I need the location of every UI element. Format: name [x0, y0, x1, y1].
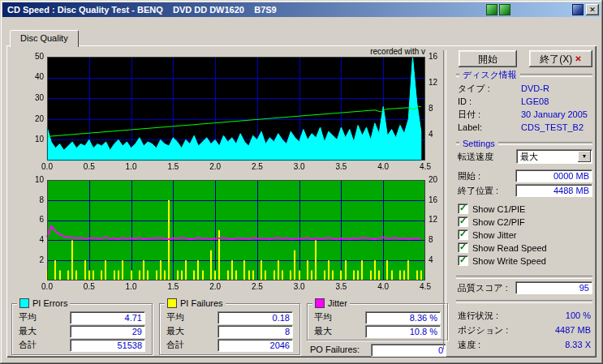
checkbox-show-jitter[interactable]: ✓ Show Jitter [458, 229, 594, 241]
checkbox-show-read-speed[interactable]: ✓ Show Read Speed [458, 242, 594, 254]
stat-label: 最大 [166, 326, 184, 336]
header-rule [498, 142, 592, 145]
po-failures-row: PO Failures: 0 [310, 344, 446, 356]
checkbox-box[interactable]: ✓ [458, 242, 468, 253]
jitter-swatch-icon [315, 298, 325, 308]
close-icon: ✕ [589, 6, 596, 14]
transfer-speed-select[interactable]: 最大 ▼ [516, 149, 592, 164]
start-position-row: 開始 : 0000 MB [458, 170, 592, 183]
speed-label: 速度 : [458, 340, 480, 349]
dropdown-button[interactable]: ▼ [578, 151, 591, 162]
disc-id-value: LGE08 [521, 96, 549, 108]
close-button[interactable]: ✕ [586, 4, 599, 15]
position-value: 4487 MB [555, 324, 591, 336]
pi-failures-jitter-chart [8, 173, 450, 295]
stat-label: 平均 [314, 312, 332, 322]
check-mark-icon: ✓ [459, 203, 467, 212]
po-failures-value: 0 [371, 344, 446, 357]
stat-value: 2046 [218, 339, 293, 352]
pi-errors-speed-chart [8, 52, 450, 173]
header-rule [520, 74, 592, 77]
titlebar-disc-icon-1[interactable] [486, 4, 497, 15]
tab-page: recorded with v PI Errors 平均 4.71 最大 29 [6, 45, 597, 358]
end-position-field[interactable]: 4488 MB [515, 184, 592, 197]
start-position-field[interactable]: 0000 MB [515, 169, 592, 182]
disc-date-label: 日付 : [458, 109, 480, 119]
stat-label: 平均 [166, 312, 184, 322]
disc-label-value: CDS_TEST_B2 [521, 122, 584, 134]
checkbox-label: Show C2/PIF [472, 217, 525, 227]
position-row: ポジション : 4487 MB [458, 324, 592, 337]
exit-button[interactable]: 終了(X) ✕ [529, 50, 592, 67]
checkbox-show-c1-pie[interactable]: ✓ Show C1/PIE [458, 203, 594, 215]
checkbox-box[interactable]: ✓ [458, 203, 468, 214]
exit-button-label: 終了(X) [540, 51, 572, 67]
checkbox-show-write-speed[interactable]: ✓ Show Write Speed [458, 255, 594, 267]
titlebar-spacer [511, 10, 571, 11]
legend-title: PI Errors [32, 298, 67, 308]
jitter-legend: Jitter [312, 298, 350, 308]
checkbox-box[interactable]: ✓ [458, 229, 468, 240]
stat-row: 最大 8 [166, 325, 293, 337]
stat-label: 合計 [19, 340, 37, 349]
pi-errors-swatch-icon [19, 298, 29, 308]
disc-info-row-id: ID : LGE08 [458, 96, 592, 109]
disc-label-label: Label: [458, 122, 482, 132]
disc-info-title: ディスク情報 [463, 69, 517, 81]
stat-value: 29 [70, 325, 145, 338]
checkbox-label: Show C1/PIE [472, 204, 525, 214]
check-mark-icon: ✓ [459, 255, 467, 264]
window-title: CD Speed : Disc Quality Test - BENQ DVD … [7, 5, 485, 15]
pi-failures-stats-box: PI Failures 平均 0.18 最大 8 合計 2046 [159, 303, 300, 355]
titlebar-app-icon[interactable] [572, 4, 584, 15]
stat-value: 4.71 [70, 311, 145, 324]
start-button[interactable]: 開始 [459, 50, 517, 67]
stat-label: 最大 [19, 326, 37, 336]
position-label: ポジション : [458, 325, 508, 335]
stat-label: 平均 [19, 312, 37, 322]
disc-info-row-label: Label: CDS_TEST_B2 [458, 122, 592, 135]
quality-score-row: 品質スコア : 95 [458, 282, 592, 295]
check-mark-icon: ✓ [459, 229, 467, 238]
stat-label: 合計 [166, 340, 184, 349]
stat-row: 合計 51538 [19, 339, 145, 351]
settings-title: Settings [463, 139, 495, 148]
transfer-speed-label: 転送速度 [458, 152, 493, 161]
stat-value: 10.8 % [365, 325, 441, 338]
progress-label: 進行状況 : [458, 310, 498, 320]
checkbox-box[interactable]: ✓ [458, 216, 468, 227]
titlebar-disc-icon-2[interactable] [499, 4, 510, 15]
disc-id-label: ID : [458, 96, 472, 106]
checkbox-label: Show Write Speed [472, 256, 546, 266]
disc-date-value: 30 January 2005 [521, 109, 588, 121]
disc-type-value: DVD-R [521, 83, 549, 95]
stat-value: 51538 [70, 339, 145, 352]
start-position-label: 開始 : [458, 171, 480, 181]
tab-disc-quality[interactable]: Disc Quality [10, 30, 79, 47]
pi-failures-swatch-icon [167, 298, 177, 308]
app-window: CD Speed : Disc Quality Test - BENQ DVD … [0, 0, 603, 364]
chevron-down-icon: ▼ [582, 153, 588, 159]
disc-info-header: ディスク情報 [456, 70, 592, 80]
end-position-label: 終了位置 : [458, 186, 498, 195]
checkbox-box[interactable]: ✓ [458, 255, 468, 266]
stat-row: 最大 29 [19, 325, 145, 337]
transfer-speed-row: 転送速度 最大 ▼ [458, 151, 592, 164]
transfer-speed-value: 最大 [520, 151, 538, 163]
checkbox-show-c2-pif[interactable]: ✓ Show C2/PIF [458, 216, 594, 228]
pi-failures-legend: PI Failures [165, 298, 226, 308]
statistics-area: PI Errors 平均 4.71 最大 29 合計 51538 [10, 298, 451, 357]
check-mark-icon: ✓ [459, 242, 467, 251]
header-rule [456, 142, 459, 145]
stat-row: 平均 4.71 [19, 311, 145, 323]
exit-icon: ✕ [575, 51, 581, 67]
stat-label: 最大 [314, 326, 332, 336]
stat-row: 最大 10.8 % [314, 325, 441, 337]
titlebar[interactable]: CD Speed : Disc Quality Test - BENQ DVD … [2, 2, 601, 17]
speed-row: 速度 : 8.33 X [458, 339, 592, 352]
disc-type-label: タイプ : [458, 84, 490, 93]
progress-row: 進行状況 : 100 % [458, 310, 592, 323]
checkbox-label: Show Read Speed [472, 243, 547, 253]
disc-info-row-date: 日付 : 30 January 2005 [458, 109, 592, 122]
check-mark-icon: ✓ [459, 216, 467, 225]
